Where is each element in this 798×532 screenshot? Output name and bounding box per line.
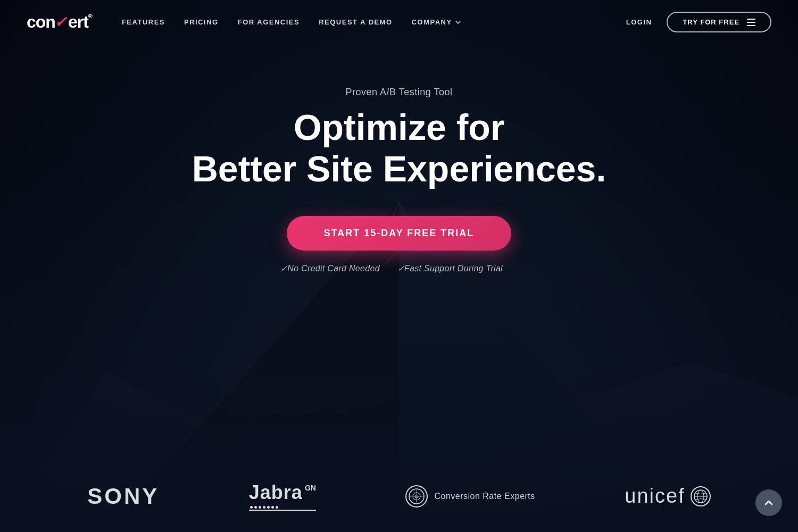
nav-pricing[interactable]: PRICING	[184, 18, 219, 26]
logo[interactable]: con✓ert®	[27, 12, 92, 32]
nav-features[interactable]: FEATURES	[122, 18, 165, 26]
hero-perks: ✓No Credit Card Needed ✓Fast Support Dur…	[280, 263, 518, 273]
unicef-text: unicef	[625, 485, 685, 508]
jabra-gn: GN	[305, 484, 316, 492]
cre-circle-icon	[405, 485, 428, 508]
unicef-logo: unicef	[625, 485, 710, 508]
hero-title: Optimize for Better Site Experiences.	[192, 106, 606, 189]
sony-logo: SONY	[87, 484, 159, 509]
navbar: con✓ert® FEATURES PRICING FOR AGENCIES R…	[0, 0, 798, 44]
unicef-globe-icon	[691, 486, 711, 506]
hero-subtitle: Proven A/B Testing Tool	[346, 87, 453, 98]
sony-text: SONY	[87, 484, 159, 509]
hamburger-icon	[747, 19, 755, 26]
chevron-down-icon	[455, 21, 461, 24]
jabra-top: Jabra GN	[249, 481, 316, 504]
logo-text: con✓ert®	[27, 12, 92, 32]
nav-right: LOGIN TRY FOR FREE	[626, 12, 771, 32]
nav-login[interactable]: LOGIN	[626, 18, 652, 26]
nav-links: FEATURES PRICING FOR AGENCIES REQUEST A …	[122, 18, 607, 26]
cta-button[interactable]: START 15-DAY FREE TRIAL	[287, 216, 512, 251]
hero-section: Proven A/B Testing Tool Optimize for Bet…	[0, 44, 798, 273]
nav-agencies[interactable]: FOR AGENCIES	[238, 18, 300, 26]
jabra-logo: Jabra GN	[249, 481, 316, 511]
cre-text: Conversion Rate Experts	[434, 492, 535, 501]
nav-company[interactable]: COMPANY	[412, 18, 461, 26]
chevron-up-icon	[763, 497, 774, 508]
jabra-text: Jabra	[249, 481, 303, 504]
cre-logo: Conversion Rate Experts	[405, 485, 535, 508]
nav-demo[interactable]: REQUEST A DEMO	[319, 18, 393, 26]
try-for-free-button[interactable]: TRY FOR FREE	[667, 12, 771, 32]
logos-bar: SONY Jabra GN Convers	[0, 466, 798, 532]
scroll-top-button[interactable]	[755, 489, 782, 516]
jabra-line	[249, 510, 316, 511]
jabra-dots	[249, 506, 278, 509]
